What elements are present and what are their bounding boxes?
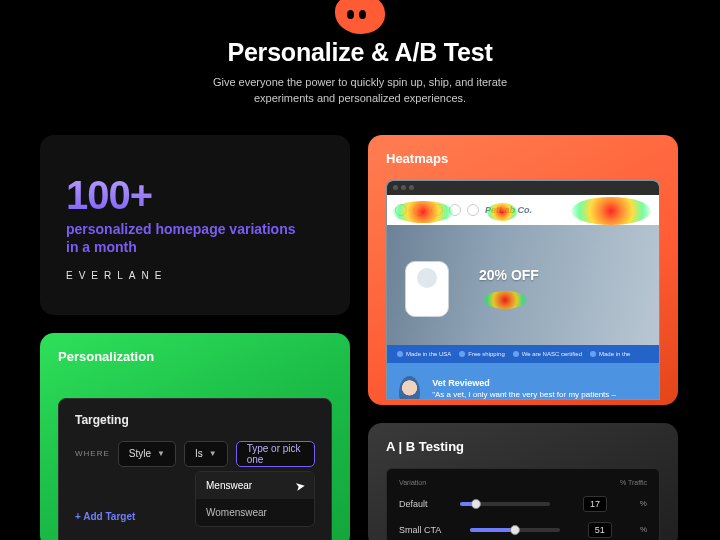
variation-label: Default [399, 499, 428, 509]
variation-label: Small CTA [399, 525, 441, 535]
promo-text: 20% OFF [479, 267, 539, 283]
personalization-card: Personalization Targeting WHERE Style ▼ … [40, 333, 350, 540]
heatmap-preview: PetLab Co. 20% OFF Made in the USA Free … [386, 180, 660, 400]
heatmaps-card: Heatmaps PetLab Co. 20% OFF Made in the … [368, 135, 678, 405]
browser-chrome [387, 181, 659, 195]
value-input[interactable]: Type or pick one [236, 441, 315, 467]
chevron-down-icon: ▼ [209, 449, 217, 458]
stat-card: 100+ personalized homepage variations in… [40, 135, 350, 315]
site-hero: 20% OFF [387, 225, 659, 345]
traffic-value: 17 [583, 496, 607, 512]
abt-panel: Variation % Traffic Default 17 % Small C… [386, 468, 660, 540]
avatar [399, 376, 420, 400]
site-logo: PetLab Co. [485, 205, 532, 215]
page-subtitle: Give everyone the power to quickly spin … [0, 75, 720, 107]
card-title: Personalization [58, 349, 332, 364]
chevron-down-icon: ▼ [157, 449, 165, 458]
stat-number: 100+ [66, 173, 324, 218]
site-header: PetLab Co. [387, 195, 659, 225]
product-image [405, 261, 449, 317]
traffic-slider[interactable] [470, 528, 560, 532]
stat-brand: EVERLANE [66, 270, 324, 281]
col-variation: Variation [399, 479, 426, 486]
col-traffic: % Traffic [620, 479, 647, 486]
field-dropdown[interactable]: Style ▼ [118, 441, 176, 467]
ab-testing-card: A | B Testing Variation % Traffic Defaul… [368, 423, 678, 540]
where-label: WHERE [75, 449, 110, 458]
option-womenswear[interactable]: Womenswear [196, 499, 314, 526]
card-grid: 100+ personalized homepage variations in… [40, 135, 680, 540]
panel-title: Targeting [75, 413, 315, 427]
card-title: A | B Testing [386, 439, 660, 454]
operator-dropdown[interactable]: Is ▼ [184, 441, 228, 467]
traffic-value: 51 [588, 522, 612, 538]
variation-row: Small CTA 51 % [399, 522, 647, 538]
badge-bar: Made in the USA Free shipping We are NAS… [387, 345, 659, 363]
page-title: Personalize & A/B Test [0, 38, 720, 67]
variation-row: Default 17 % [399, 496, 647, 512]
vet-section: Vet Reviewed "As a vet, I only want the … [387, 363, 659, 400]
card-title: Heatmaps [386, 151, 660, 166]
targeting-panel: Targeting WHERE Style ▼ Is ▼ Type or pic… [58, 398, 332, 540]
stat-desc: personalized homepage variations in a mo… [66, 220, 324, 256]
traffic-slider[interactable] [460, 502, 550, 506]
